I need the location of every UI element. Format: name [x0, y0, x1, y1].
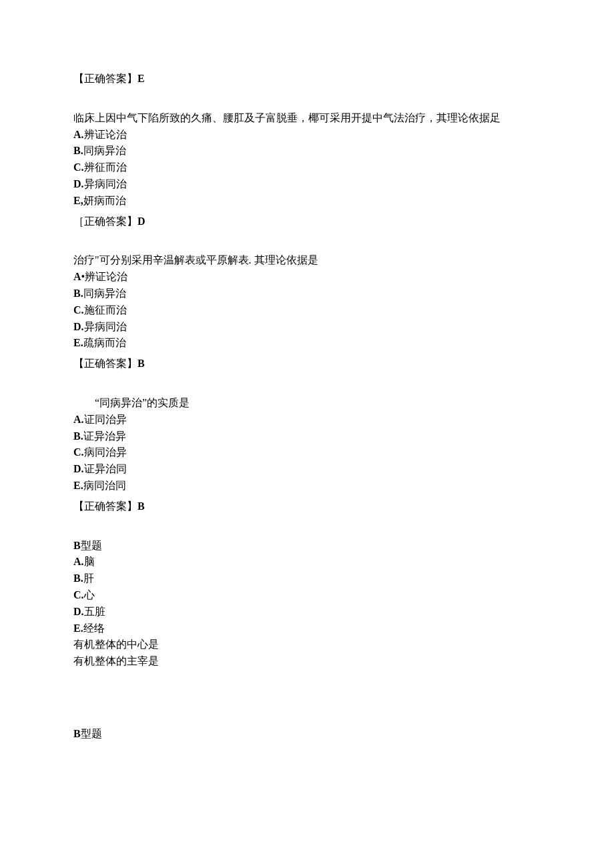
option-text: 异病同治: [84, 178, 127, 189]
header-text: 型题: [81, 540, 102, 551]
question-stem: “同病异治”的实质是: [73, 395, 541, 412]
option-text: 五脏: [84, 606, 105, 617]
option-text: 异病同治: [84, 321, 127, 332]
answer-label: 【正确答案】: [73, 500, 137, 512]
option-e: E.疏病而治: [73, 335, 541, 352]
option-a: A.证同治异: [73, 412, 541, 428]
header-text: 型题: [81, 728, 102, 739]
answer-letter: B: [137, 500, 145, 512]
answer-line-1: ［正确答案】D: [73, 213, 541, 230]
b-type-header: B型题: [73, 538, 541, 554]
option-text: 辨征而治: [84, 161, 127, 173]
answer-line-2: 【正确答案】B: [73, 356, 541, 372]
option-b: B.证异治异: [73, 428, 541, 445]
question-stem: 临床上因中气下陷所致的久痛、腰肛及子富脱垂，椰可采用开提中气法治疗，其理论依据足: [73, 110, 541, 127]
question-stem: 治疗"可分别采用辛温解表或平原解表. 其理论依据是: [73, 252, 541, 269]
answer-line-0: 【正确答案】E: [73, 71, 541, 87]
option-c: C.辨征而治: [73, 159, 541, 176]
option-text: 病同治同: [83, 480, 126, 491]
option-d: D.异病同治: [73, 176, 541, 193]
option-b: B.同病异治: [73, 143, 541, 159]
option-text: 妍病而治: [83, 195, 126, 206]
option-d: D.异病同治: [73, 319, 541, 336]
answer-line-3: 【正确答案】B: [73, 498, 541, 515]
option-c: C.心: [73, 587, 541, 604]
question-block-5: B型题: [73, 726, 541, 743]
option-e: E.病同治同: [73, 478, 541, 494]
option-text: 心: [84, 589, 95, 600]
option-text: 辨证论治: [84, 129, 127, 140]
option-text: 证异治异: [83, 430, 126, 442]
option-text: 同病异治: [83, 288, 126, 299]
option-c: C.病同治异: [73, 444, 541, 461]
answer-letter: E: [137, 73, 145, 84]
answer-letter: B: [137, 358, 145, 369]
option-c: C.施征而治: [73, 302, 541, 319]
option-a: A.脑: [73, 554, 541, 570]
option-a: A•辨证论治: [73, 269, 541, 286]
answer-label: 【正确答案】: [73, 73, 137, 84]
answer-block-0: 【正确答案】E: [73, 71, 541, 87]
question-block-1: 临床上因中气下陷所致的久痛、腰肛及子富脱垂，椰可采用开提中气法治疗，其理论依据足…: [73, 110, 541, 230]
option-text: 施征而治: [84, 304, 127, 316]
option-text: 证异治同: [84, 463, 127, 474]
question-block-2: 治疗"可分别采用辛温解表或平原解表. 其理论依据是 A•辨证论治 B.同病异治 …: [73, 252, 541, 372]
option-text: •辨证论治: [81, 271, 128, 282]
answer-label: 【正确答案】: [73, 358, 137, 369]
option-text: 肝: [83, 572, 94, 584]
answer-label: ［正确答案】: [73, 215, 137, 227]
question-block-3: “同病异治”的实质是 A.证同治异 B.证异治异 C.病同治异 D.证异治同 E…: [73, 395, 541, 515]
spacer: [73, 693, 541, 726]
sub-question-2: 有机整体的主宰是: [73, 653, 541, 670]
option-e: E.经络: [73, 620, 541, 637]
option-text: 证同治异: [84, 414, 127, 425]
b-type-header: B型题: [73, 726, 541, 743]
option-b: B.肝: [73, 570, 541, 587]
option-a: A.辨证论治: [73, 127, 541, 143]
option-text: 病同治异: [84, 446, 127, 458]
answer-letter: D: [137, 215, 145, 227]
option-e: E,妍病而治: [73, 193, 541, 209]
option-d: D.证异治同: [73, 461, 541, 478]
option-text: 经络: [83, 622, 105, 634]
option-text: 脑: [84, 556, 95, 567]
option-b: B.同病异治: [73, 286, 541, 302]
option-d: D.五脏: [73, 604, 541, 620]
option-text: 疏病而治: [83, 337, 126, 348]
question-block-4: B型题 A.脑 B.肝 C.心 D.五脏 E.经络 有机整体的中心是 有机整体的…: [73, 538, 541, 670]
option-text: 同病异治: [83, 145, 126, 156]
sub-question-1: 有机整体的中心是: [73, 636, 541, 653]
